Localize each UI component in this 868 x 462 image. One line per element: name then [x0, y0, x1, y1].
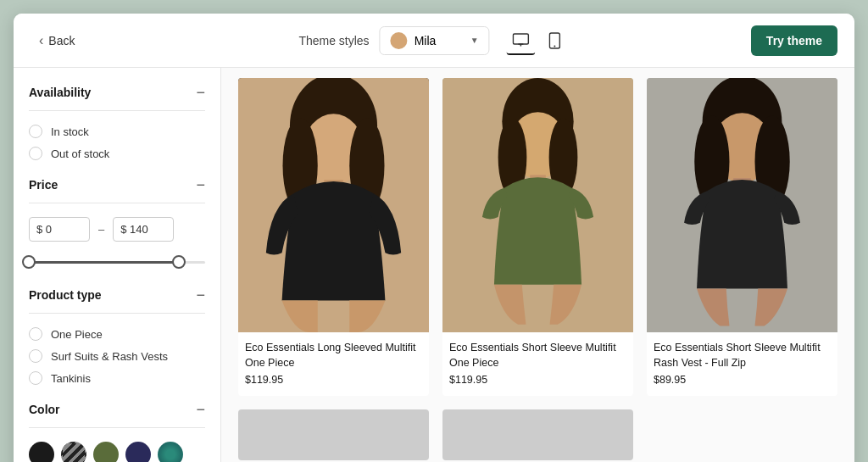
- in-stock-label: In stock: [51, 125, 89, 138]
- range-thumb-right[interactable]: [172, 255, 186, 269]
- product-info-3: Eco Essentials Short Sleeve Multifit Ras…: [647, 332, 837, 396]
- try-theme-button[interactable]: Try theme: [751, 25, 837, 56]
- theme-styles-label: Theme styles: [298, 34, 369, 47]
- product-figure-2: [442, 78, 633, 332]
- tankinis-option[interactable]: Tankinis: [29, 371, 205, 385]
- availability-toggle[interactable]: −: [196, 85, 205, 100]
- product-card-3[interactable]: Eco Essentials Short Sleeve Multifit Ras…: [647, 78, 837, 396]
- price-min-input[interactable]: [29, 217, 90, 242]
- out-of-stock-option[interactable]: Out of stock: [29, 147, 205, 160]
- header: ‹ Back Theme styles Mila ▼: [14, 14, 854, 68]
- product-image-3: [647, 78, 837, 332]
- price-max-input[interactable]: [113, 217, 174, 242]
- desktop-icon: [513, 33, 530, 47]
- availability-title: Availability: [29, 86, 91, 99]
- theme-avatar: [391, 32, 408, 49]
- product-type-title: Product type: [29, 288, 102, 302]
- color-header: Color −: [29, 402, 205, 417]
- product-area: Eco Essentials Long Sleeved Multifit One…: [221, 68, 854, 462]
- price-range-slider[interactable]: [29, 253, 205, 270]
- product-price-2: $119.95: [449, 374, 626, 386]
- in-stock-option[interactable]: In stock: [29, 125, 205, 138]
- color-section: Color −: [29, 402, 205, 462]
- in-stock-checkbox[interactable]: [29, 125, 42, 138]
- product-figure-3: [647, 78, 837, 332]
- product-card-1[interactable]: Eco Essentials Long Sleeved Multifit One…: [238, 78, 429, 396]
- surf-suits-checkbox[interactable]: [29, 349, 42, 363]
- swatch-striped[interactable]: [61, 442, 86, 462]
- mobile-icon: [549, 32, 561, 49]
- price-title: Price: [29, 178, 58, 192]
- swatch-navy[interactable]: [125, 442, 151, 462]
- main-content: Availability − In stock Out of stock Pri…: [14, 68, 854, 462]
- product-type-header: Product type −: [29, 287, 205, 303]
- product-image-2: [442, 78, 633, 332]
- availability-section: Availability − In stock Out of stock: [29, 85, 205, 160]
- back-chevron-icon: ‹: [39, 33, 43, 48]
- mobile-view-button[interactable]: [541, 26, 570, 55]
- price-inputs: –: [29, 217, 205, 242]
- product-name-2: Eco Essentials Short Sleeve Multifit One…: [449, 341, 626, 370]
- tankinis-label: Tankinis: [51, 372, 91, 385]
- header-center: Theme styles Mila ▼: [298, 26, 569, 55]
- back-button[interactable]: ‹ Back: [31, 28, 83, 53]
- back-label: Back: [48, 34, 75, 47]
- availability-header: Availability −: [29, 85, 205, 100]
- product-card-2[interactable]: Eco Essentials Short Sleeve Multifit One…: [442, 78, 633, 396]
- desktop-view-button[interactable]: [507, 26, 536, 55]
- product-image-1: [238, 78, 429, 332]
- one-piece-option[interactable]: One Piece: [29, 327, 205, 341]
- product-card-4[interactable]: [238, 409, 429, 460]
- sidebar: Availability − In stock Out of stock Pri…: [14, 68, 221, 462]
- product-name-3: Eco Essentials Short Sleeve Multifit Ras…: [654, 341, 831, 370]
- tankinis-checkbox[interactable]: [29, 371, 42, 385]
- color-divider: [29, 427, 205, 428]
- swatch-teal[interactable]: [158, 442, 183, 462]
- swatch-black[interactable]: [29, 442, 54, 462]
- theme-select-inner: Mila: [391, 32, 437, 49]
- availability-divider: [29, 110, 205, 111]
- product-figure-1: [238, 78, 429, 332]
- price-divider: [29, 203, 205, 203]
- range-fill: [29, 261, 179, 264]
- product-type-toggle[interactable]: −: [196, 287, 205, 303]
- one-piece-checkbox[interactable]: [29, 327, 42, 341]
- range-thumb-left[interactable]: [22, 255, 36, 269]
- product-type-divider: [29, 313, 205, 314]
- product-info-2: Eco Essentials Short Sleeve Multifit One…: [442, 332, 633, 396]
- out-of-stock-checkbox[interactable]: [29, 147, 42, 160]
- theme-name: Mila: [415, 34, 437, 47]
- price-toggle[interactable]: −: [196, 177, 205, 192]
- product-name-1: Eco Essentials Long Sleeved Multifit One…: [245, 341, 422, 370]
- one-piece-label: One Piece: [51, 328, 103, 341]
- view-icons: [507, 26, 570, 55]
- product-price-1: $119.95: [245, 374, 422, 386]
- chevron-down-icon: ▼: [470, 36, 479, 45]
- product-price-3: $89.95: [654, 374, 831, 386]
- product-card-5[interactable]: [442, 409, 633, 460]
- product-type-section: Product type − One Piece Surf Suits & Ra…: [29, 287, 205, 385]
- product-info-1: Eco Essentials Long Sleeved Multifit One…: [238, 332, 429, 396]
- product-image-5: [442, 409, 633, 460]
- color-title: Color: [29, 403, 60, 416]
- svg-point-4: [554, 45, 556, 47]
- price-header: Price −: [29, 177, 205, 192]
- out-of-stock-label: Out of stock: [51, 148, 109, 160]
- svg-rect-0: [514, 34, 529, 44]
- main-window: ‹ Back Theme styles Mila ▼: [14, 14, 854, 462]
- price-dash: –: [98, 223, 104, 236]
- product-image-4: [238, 409, 429, 460]
- color-toggle[interactable]: −: [196, 402, 205, 417]
- color-swatches: [29, 442, 205, 462]
- surf-suits-option[interactable]: Surf Suits & Rash Vests: [29, 349, 205, 363]
- theme-selector[interactable]: Mila ▼: [380, 26, 490, 55]
- product-grid: Eco Essentials Long Sleeved Multifit One…: [238, 78, 837, 462]
- surf-suits-label: Surf Suits & Rash Vests: [51, 350, 168, 363]
- swatch-olive[interactable]: [93, 442, 119, 462]
- price-section: Price − –: [29, 177, 205, 270]
